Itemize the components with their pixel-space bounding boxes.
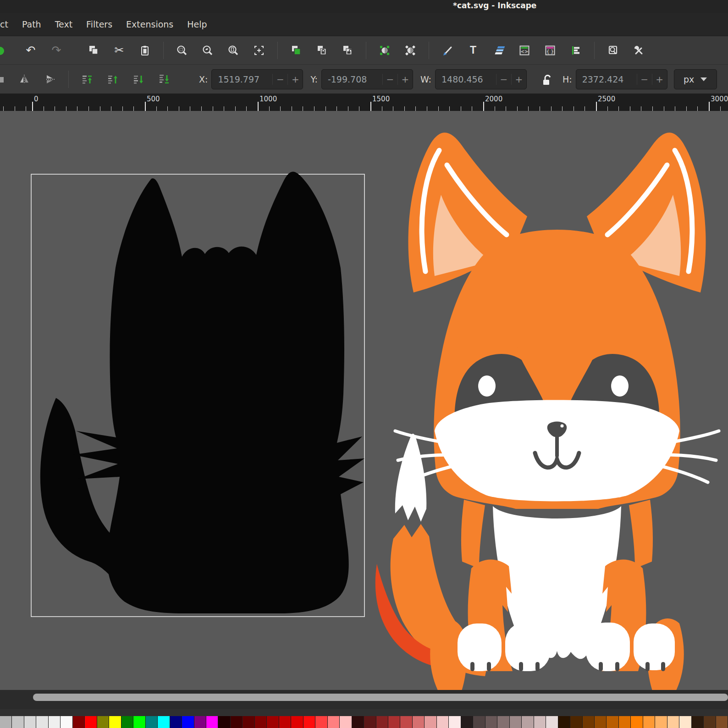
palette-swatch-22[interactable] xyxy=(267,716,279,728)
h-decrement-button[interactable]: − xyxy=(637,74,652,85)
palette-swatch-56[interactable] xyxy=(679,716,691,728)
palette-swatch-37[interactable] xyxy=(449,716,461,728)
object-properties-button[interactable]: { } xyxy=(540,40,561,61)
cat-silhouette-object[interactable] xyxy=(40,172,364,613)
layers-dialog-button[interactable] xyxy=(488,40,509,61)
lower-button[interactable] xyxy=(128,69,149,90)
palette-swatch-19[interactable] xyxy=(231,716,243,728)
y-decrement-button[interactable]: − xyxy=(382,74,397,85)
palette-swatch-2[interactable] xyxy=(24,716,36,728)
palette-swatch-13[interactable] xyxy=(158,716,170,728)
palette-swatch-17[interactable] xyxy=(206,716,218,728)
raise-button[interactable] xyxy=(102,69,123,90)
align-distribute-button[interactable] xyxy=(565,40,586,61)
palette-swatch-54[interactable] xyxy=(655,716,667,728)
palette-swatch-20[interactable] xyxy=(243,716,254,728)
palette-swatch-55[interactable] xyxy=(667,716,679,728)
palette-swatch-21[interactable] xyxy=(255,716,267,728)
fox-illustration-object[interactable] xyxy=(375,132,719,690)
text-dialog-button[interactable]: T xyxy=(463,40,484,61)
palette-swatch-9[interactable] xyxy=(109,716,121,728)
lock-button[interactable] xyxy=(311,40,332,61)
palette-swatch-58[interactable] xyxy=(704,716,716,728)
palette-swatch-57[interactable] xyxy=(692,716,704,728)
flip-vertical-button[interactable] xyxy=(39,69,61,90)
scrollbar-thumb[interactable] xyxy=(33,694,728,701)
palette-swatch-45[interactable] xyxy=(546,716,558,728)
palette-swatch-16[interactable] xyxy=(194,716,206,728)
zoom-center-page-button[interactable] xyxy=(248,40,270,61)
x-increment-button[interactable]: + xyxy=(287,74,303,85)
x-input[interactable]: 1519.797 − + xyxy=(211,69,303,89)
palette-swatch-15[interactable] xyxy=(182,716,194,728)
palette-swatch-41[interactable] xyxy=(497,716,509,728)
palette-swatch-50[interactable] xyxy=(607,716,618,728)
undo-button[interactable]: ↶ xyxy=(20,40,41,61)
palette-swatch-46[interactable] xyxy=(558,716,570,728)
cut-button[interactable]: ✂ xyxy=(109,40,130,61)
unit-dropdown[interactable]: px xyxy=(674,69,717,89)
palette-swatch-59[interactable] xyxy=(716,716,728,728)
palette-swatch-25[interactable] xyxy=(303,716,315,728)
palette-swatch-52[interactable] xyxy=(631,716,643,728)
palette-swatch-11[interactable] xyxy=(133,716,145,728)
palette-swatch-0[interactable] xyxy=(0,716,12,728)
palette-swatch-49[interactable] xyxy=(595,716,607,728)
palette-swatch-8[interactable] xyxy=(97,716,109,728)
palette-swatch-36[interactable] xyxy=(437,716,449,728)
palette-swatch-26[interactable] xyxy=(315,716,327,728)
palette-swatch-43[interactable] xyxy=(522,716,534,728)
menu-text[interactable]: Text xyxy=(55,19,72,29)
palette-swatch-24[interactable] xyxy=(291,716,303,728)
palette-swatch-4[interactable] xyxy=(49,716,61,728)
w-increment-button[interactable]: + xyxy=(511,74,526,85)
palette-swatch-42[interactable] xyxy=(510,716,522,728)
duplicate-button[interactable] xyxy=(83,40,104,61)
palette-swatch-1[interactable] xyxy=(12,716,24,728)
palette-swatch-3[interactable] xyxy=(36,716,48,728)
menu-filters[interactable]: Filters xyxy=(86,19,112,29)
palette-swatch-7[interactable] xyxy=(85,716,97,728)
palette-swatch-33[interactable] xyxy=(400,716,412,728)
zoom-page-button[interactable] xyxy=(223,40,244,61)
horizontal-ruler[interactable]: 050010001500200025003000 xyxy=(0,94,728,111)
palette-swatch-38[interactable] xyxy=(461,716,473,728)
palette-swatch-5[interactable] xyxy=(61,716,72,728)
palette-swatch-40[interactable] xyxy=(485,716,497,728)
palette-swatch-27[interactable] xyxy=(328,716,340,728)
calligraphy-button[interactable] xyxy=(437,40,458,61)
y-increment-button[interactable]: + xyxy=(397,74,413,85)
palette-swatch-44[interactable] xyxy=(534,716,546,728)
palette-swatch-6[interactable] xyxy=(73,716,85,728)
preferences-button[interactable] xyxy=(628,40,649,61)
raise-to-top-button[interactable] xyxy=(77,69,98,90)
palette-swatch-14[interactable] xyxy=(170,716,182,728)
w-decrement-button[interactable]: − xyxy=(496,74,511,85)
palette-swatch-47[interactable] xyxy=(570,716,582,728)
palette-swatch-34[interactable] xyxy=(413,716,425,728)
palette-swatch-10[interactable] xyxy=(121,716,133,728)
palette-swatch-18[interactable] xyxy=(218,716,230,728)
palette-swatch-39[interactable] xyxy=(473,716,485,728)
find-replace-button[interactable] xyxy=(602,40,623,61)
palette-swatch-31[interactable] xyxy=(376,716,388,728)
unlock-button[interactable] xyxy=(337,40,358,61)
palette-swatch-51[interactable] xyxy=(619,716,631,728)
group-button[interactable] xyxy=(286,40,307,61)
menu-extensions[interactable]: Extensions xyxy=(126,19,173,29)
redo-button[interactable]: ↷ xyxy=(46,40,67,61)
palette-swatch-28[interactable] xyxy=(340,716,352,728)
palette-swatch-35[interactable] xyxy=(425,716,436,728)
horizontal-scrollbar[interactable] xyxy=(0,690,728,709)
zoom-selection-button[interactable] xyxy=(171,40,193,61)
paste-button[interactable] xyxy=(134,40,155,61)
h-input[interactable]: 2372.424 − + xyxy=(576,69,667,89)
flip-horizontal-button[interactable] xyxy=(14,69,35,90)
palette-swatch-48[interactable] xyxy=(583,716,595,728)
palette-swatch-53[interactable] xyxy=(643,716,655,728)
menu-path[interactable]: Path xyxy=(22,19,41,29)
lower-to-bottom-button[interactable] xyxy=(154,69,175,90)
lock-ratio-button[interactable] xyxy=(537,69,555,89)
transform-handles-button[interactable] xyxy=(374,40,395,61)
palette-swatch-30[interactable] xyxy=(364,716,376,728)
